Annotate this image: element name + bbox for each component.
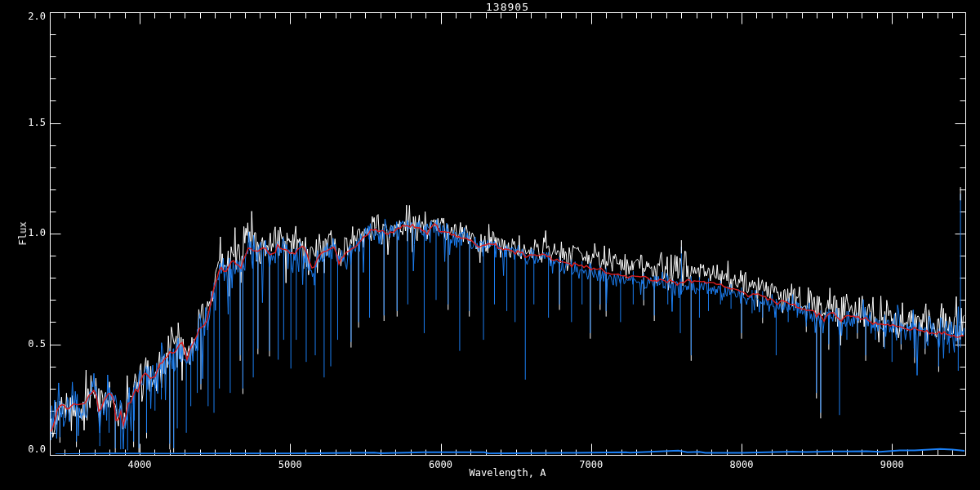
plot-title: 138905: [50, 1, 965, 13]
spectrum-plot-canvas: [0, 0, 980, 490]
spectrum-plot: 138905 Wavelength, A Flux: [0, 0, 980, 490]
y-axis-label: Flux: [17, 222, 29, 246]
x-axis-label: Wavelength, A: [50, 467, 965, 479]
